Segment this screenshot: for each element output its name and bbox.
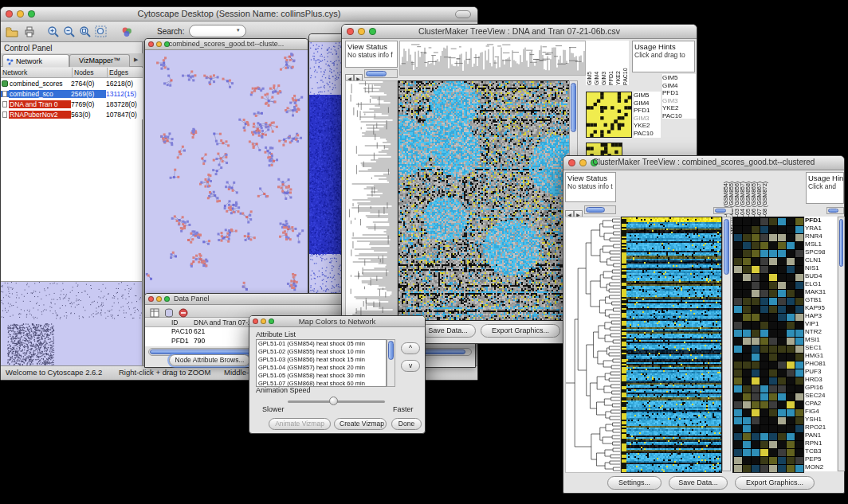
zoom-heatmap[interactable] [732, 217, 804, 473]
zoom-in-icon[interactable] [47, 25, 60, 41]
tab-overflow-icon[interactable]: ▶ [134, 57, 138, 63]
network-overview-thumbnail[interactable] [1, 281, 142, 366]
zoom-out-icon[interactable] [63, 25, 76, 41]
gene-label[interactable]: TCB3 [805, 447, 837, 455]
network-view-titlebar[interactable]: combined_scores_good.txt--cluste... [145, 39, 308, 50]
attribute-item[interactable]: GPL51-03 (GSM856) heat shock 15 min [257, 356, 386, 364]
dense-network-titlebar[interactable] [309, 34, 344, 42]
gene-label[interactable]: GPI16 [805, 384, 837, 392]
network-row-rnapubernov2[interactable]: RNAPuberNov2 563(0) 107847(0) [1, 109, 143, 119]
animate-vizmap-button[interactable]: Animate Vizmap [269, 418, 331, 430]
settings-button[interactable]: Settings... [607, 476, 662, 490]
gene-label[interactable]: HAP3 [805, 312, 837, 320]
gene-label[interactable]: PFD1 [662, 89, 696, 97]
gene-label[interactable]: SPC98 [805, 248, 837, 256]
network-row-combined-sco-selected[interactable]: combined_sco 2569(6) 13112(15) [1, 88, 143, 99]
correlation-matrix[interactable] [586, 92, 632, 138]
expression-heatmap[interactable] [398, 80, 570, 321]
scrollbar-thumb[interactable] [715, 209, 726, 213]
gene-label[interactable]: HMG1 [805, 352, 837, 360]
gene-label[interactable]: GIM4 [662, 82, 696, 90]
global-heatmap[interactable] [621, 217, 722, 473]
gene-label[interactable]: YRA1 [805, 225, 837, 232]
gene-label[interactable]: MAK31 [805, 288, 837, 296]
zoom-fit-icon[interactable] [79, 25, 92, 41]
gene-label[interactable]: CPA2 [805, 400, 837, 408]
export-graphics-button[interactable]: Export Graphics... [735, 476, 815, 490]
gene-label[interactable]: PUF3 [805, 368, 837, 376]
move-up-button[interactable]: ^ [401, 342, 420, 354]
network-row-dna-tran[interactable]: DNA and Tran 0 7769(0) 183728(0) [1, 99, 143, 109]
row-dendrogram[interactable] [345, 80, 398, 321]
gene-label[interactable]: ELG1 [805, 280, 837, 288]
gene-label[interactable]: CLN1 [805, 256, 837, 264]
zoom-selected-icon[interactable] [95, 25, 108, 41]
list-scrollbar[interactable] [387, 339, 395, 387]
vertical-scrollbar[interactable] [838, 217, 845, 471]
gene-label[interactable]: RPN1 [805, 440, 837, 447]
scrollbar-thumb[interactable] [388, 341, 394, 360]
gene-label[interactable]: PAC10 [662, 112, 696, 119]
mini-hscroll-track[interactable] [364, 69, 398, 78]
mini-hscroll-track[interactable] [584, 205, 616, 214]
create-vizmap-button[interactable]: Create Vizmap [334, 418, 387, 430]
row-dendrogram[interactable] [565, 217, 621, 473]
scrollbar-thumb[interactable] [724, 219, 729, 275]
toolbar-toggle-button[interactable] [455, 10, 471, 18]
tab-vizmapper[interactable]: VizMapper™ [69, 54, 130, 67]
mini-hscroll-track[interactable] [826, 207, 844, 214]
scrollbar-thumb[interactable] [839, 219, 843, 267]
save-data-button[interactable]: Save Data... [420, 324, 476, 338]
gene-label[interactable]: RNR4 [805, 232, 837, 240]
gene-label[interactable]: MSI1 [805, 336, 837, 344]
gene-label[interactable]: SEC24 [805, 392, 837, 400]
gene-label[interactable]: HRD3 [805, 376, 837, 384]
network-canvas[interactable] [145, 50, 308, 295]
gene-label[interactable]: FIG4 [805, 408, 837, 416]
attribute-item[interactable]: GPL51-01 (GSM854) heat shock 05 min [257, 340, 386, 348]
dialog-titlebar[interactable]: Map Colors to Network [249, 316, 425, 327]
gene-label[interactable]: YSH1 [805, 416, 837, 424]
maximize-button[interactable] [164, 296, 170, 302]
search-dropdown-icon[interactable]: ▾ [237, 27, 240, 33]
open-folder-icon[interactable] [6, 25, 18, 41]
export-graphics-button[interactable]: Export Graphics... [481, 324, 560, 338]
gene-label[interactable]: PAN1 [805, 432, 837, 440]
mini-hscroll-track[interactable] [713, 207, 732, 214]
gene-label[interactable]: GIM5 [662, 74, 696, 82]
speed-slider-thumb[interactable] [329, 397, 338, 405]
network-row-combined-scores[interactable]: combined_scores 2764(0) 16218(0) [1, 78, 143, 88]
gene-label[interactable]: YKE2 [662, 104, 696, 112]
attribute-item[interactable]: GPL51-04 (GSM857) heat shock 20 min [257, 364, 386, 372]
gene-label[interactable]: GTB1 [805, 296, 837, 304]
gene-label[interactable]: NIS1 [805, 264, 837, 272]
scrollbar-thumb[interactable] [366, 71, 387, 76]
gene-label[interactable]: PHO81 [805, 360, 837, 368]
main-titlebar[interactable]: Cytoscape Desktop (Session Name: collins… [1, 7, 477, 21]
treeview-dna-titlebar[interactable]: ClusterMaker TreeView : DNA and Tran 07-… [342, 25, 697, 39]
gene-label[interactable]: PFD1 [805, 217, 837, 225]
column-dendrogram[interactable] [399, 41, 586, 76]
gene-label[interactable]: MON2 [805, 463, 837, 471]
scrollbar-thumb[interactable] [828, 209, 838, 213]
save-data-button[interactable]: Save Data... [669, 476, 728, 490]
gene-label[interactable]: GIM3 [662, 97, 696, 105]
node-attribute-browser-button[interactable]: Node Attribute Brows... [169, 354, 250, 366]
vizmap-wheel-icon[interactable] [120, 25, 133, 41]
close-button[interactable] [148, 296, 154, 302]
attribute-item[interactable]: GPL51-02 (GSM855) heat shock 10 min [257, 348, 386, 356]
tab-network[interactable]: Network [2, 54, 69, 67]
done-button[interactable]: Done [391, 418, 422, 430]
minimize-button[interactable] [156, 296, 162, 302]
dense-network-canvas[interactable] [309, 42, 344, 295]
gene-label[interactable]: MSL1 [805, 240, 837, 248]
gene-label[interactable]: KAP95 [805, 304, 837, 312]
attribute-item[interactable]: GPL51-05 (GSM858) heat shock 30 min [257, 372, 386, 380]
gene-label[interactable]: PEP5 [805, 455, 837, 463]
gene-label[interactable]: VIP1 [805, 320, 837, 328]
scrollbar-thumb[interactable] [571, 83, 576, 132]
move-down-button[interactable]: v [401, 360, 420, 372]
treeview-combined-titlebar[interactable]: ClusterMaker TreeView : combined_scores_… [563, 156, 844, 170]
gene-label[interactable]: BUD4 [805, 272, 837, 280]
gene-label[interactable]: NTR2 [805, 328, 837, 336]
